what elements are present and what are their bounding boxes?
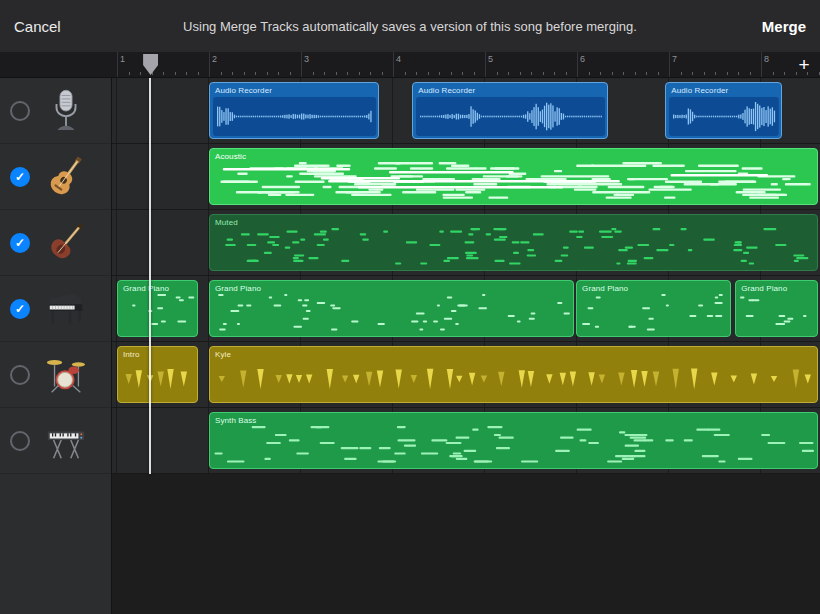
ruler-tick	[554, 72, 555, 75]
ruler-bar-number: 5	[488, 54, 493, 64]
ruler-bar-line	[577, 52, 578, 78]
ruler-tick	[773, 72, 774, 75]
track-select-toggle[interactable]	[10, 101, 30, 121]
region-label: Grand Piano	[123, 284, 169, 293]
region-label: Muted	[215, 218, 238, 227]
ruler-tick	[232, 72, 233, 75]
track-select-toggle[interactable]	[10, 365, 30, 385]
ruler-tick	[439, 72, 440, 75]
microphone-icon	[43, 86, 89, 136]
ruler-tick	[474, 72, 475, 75]
ruler-tick	[704, 72, 705, 75]
merge-info-message: Using Merge Tracks automatically saves a…	[183, 19, 637, 34]
track-lane-bass: Muted	[112, 210, 820, 276]
track-lane-acoustic-guitar: Acoustic	[112, 144, 820, 210]
region-label: Audio Recorder	[215, 86, 272, 95]
ruler-tick	[382, 72, 383, 75]
ruler-tick	[405, 72, 406, 75]
region-synth-bass[interactable]: Synth Bass	[209, 412, 818, 469]
playhead-line	[149, 78, 151, 474]
ruler-tick	[416, 72, 417, 75]
ruler-bar-line	[117, 52, 118, 78]
ruler-bar-line	[393, 52, 394, 78]
ruler-row: 12345678 +	[0, 52, 820, 78]
ruler-tick	[163, 72, 164, 75]
top-bar: Cancel Using Merge Tracks automatically …	[0, 0, 820, 52]
ruler-tick	[681, 72, 682, 75]
region-label: Audio Recorder	[671, 86, 728, 95]
ruler-tick	[428, 72, 429, 75]
region-kyle[interactable]: Kyle	[209, 346, 818, 403]
ruler-tick	[370, 72, 371, 75]
ruler-bar-number: 4	[396, 54, 401, 64]
track-header-bass[interactable]: ✓	[0, 210, 111, 276]
track-header-acoustic-guitar[interactable]: ✓	[0, 144, 111, 210]
ruler-tick	[784, 72, 785, 75]
playhead-handle[interactable]	[143, 54, 158, 75]
ruler-tick	[290, 72, 291, 75]
garageband-merge-tracks-screen: Cancel Using Merge Tracks automatically …	[0, 0, 820, 614]
region-grand-piano[interactable]: Grand Piano	[576, 280, 731, 337]
track-select-toggle[interactable]	[10, 431, 30, 451]
region-label: Grand Piano	[582, 284, 628, 293]
track-lanes: Audio RecorderAudio RecorderAudio Record…	[112, 78, 820, 474]
ruler-tick	[658, 72, 659, 75]
region-label: Grand Piano	[215, 284, 261, 293]
region-acoustic[interactable]: Acoustic	[209, 148, 818, 205]
ruler-tick	[462, 72, 463, 75]
cancel-button[interactable]: Cancel	[14, 18, 61, 35]
song-section-add-button[interactable]: +	[791, 52, 817, 78]
region-muted[interactable]: Muted	[209, 214, 818, 271]
ruler-tick	[508, 72, 509, 75]
region-label: Grand Piano	[741, 284, 787, 293]
ruler-tick	[715, 72, 716, 75]
track-lane-drums: IntroKyle	[112, 342, 820, 408]
region-grand-piano[interactable]: Grand Piano	[735, 280, 818, 337]
track-header-synth-bass[interactable]	[0, 408, 111, 474]
ruler-tick	[646, 72, 647, 75]
ruler-bar-line	[485, 52, 486, 78]
ruler-bar-number: 7	[672, 54, 677, 64]
ruler-tick	[738, 72, 739, 75]
ruler-tick	[255, 72, 256, 75]
track-header-drums[interactable]	[0, 342, 111, 408]
ruler-bar-line	[209, 52, 210, 78]
ruler-tick	[324, 72, 325, 75]
region-audio-recorder[interactable]: Audio Recorder	[665, 82, 782, 139]
ruler-tick	[451, 72, 452, 75]
ruler-bar-number: 8	[764, 54, 769, 64]
ruler-tick	[612, 72, 613, 75]
region-label: Synth Bass	[215, 416, 256, 425]
ruler-tick	[140, 72, 141, 75]
ruler-bar-number: 3	[304, 54, 309, 64]
ruler-tick	[347, 72, 348, 75]
region-audio-recorder[interactable]: Audio Recorder	[412, 82, 608, 139]
region-audio-recorder[interactable]: Audio Recorder	[209, 82, 379, 139]
ruler-tick	[589, 72, 590, 75]
ruler-tick	[278, 72, 279, 75]
ruler-tick	[600, 72, 601, 75]
track-lane-synth-bass: Synth Bass	[112, 408, 820, 474]
region-label: Audio Recorder	[418, 86, 475, 95]
ruler-tick	[267, 72, 268, 75]
track-header-grand-piano[interactable]: ✓	[0, 276, 111, 342]
ruler-tick	[531, 72, 532, 75]
tracks-area: ✓ ✓ ✓ Audio RecorderAudio RecorderAudio …	[0, 78, 820, 614]
track-select-toggle[interactable]: ✓	[10, 299, 30, 319]
region-grand-piano[interactable]: Grand Piano	[117, 280, 198, 337]
region-intro[interactable]: Intro	[117, 346, 198, 403]
region-grand-piano[interactable]: Grand Piano	[209, 280, 574, 337]
ruler-tick	[359, 72, 360, 75]
track-lane-grand-piano: Grand PianoGrand PianoGrand PianoGrand P…	[112, 276, 820, 342]
merge-button[interactable]: Merge	[762, 18, 806, 35]
track-header-audio-recorder[interactable]	[0, 78, 111, 144]
track-select-toggle[interactable]: ✓	[10, 233, 30, 253]
ruler-bar-number: 6	[580, 54, 585, 64]
track-select-toggle[interactable]: ✓	[10, 167, 30, 187]
ruler-tick	[750, 72, 751, 75]
ruler-tick	[313, 72, 314, 75]
ruler-bar-line	[301, 52, 302, 78]
ruler-tick	[635, 72, 636, 75]
grand-piano-icon	[43, 284, 89, 334]
ruler-bar-line	[761, 52, 762, 78]
